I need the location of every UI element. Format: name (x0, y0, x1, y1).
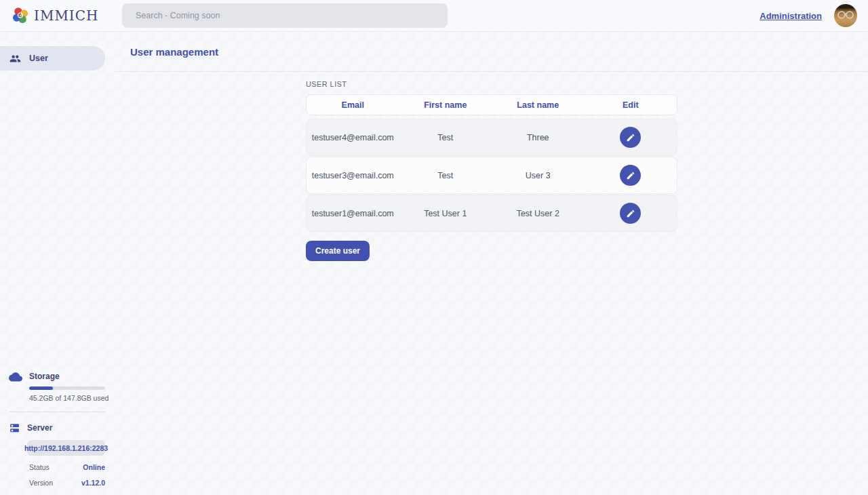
column-header-edit: Edit (585, 100, 677, 110)
cell-last-name: User 3 (492, 171, 585, 180)
sidebar: User Storage 45.2GB of 147.8GB used (0, 32, 115, 495)
top-bar: IMMICH Administration (0, 0, 868, 32)
search-input[interactable] (122, 3, 448, 28)
cell-email: testuser4@email.com (307, 133, 399, 142)
pencil-icon (626, 133, 635, 142)
sidebar-item-label: User (29, 54, 48, 63)
cell-email: testuser1@email.com (307, 209, 399, 218)
create-user-button[interactable]: Create user (306, 241, 370, 261)
storage-title: Storage (29, 370, 60, 381)
table-row: testuser1@email.com Test User 1 Test Use… (306, 195, 677, 232)
column-header-email: Email (307, 100, 399, 110)
storage-progress-fill (29, 387, 53, 390)
storage-progress-bar (29, 387, 105, 390)
user-table: testuser4@email.com Test Three testuser3… (306, 119, 677, 232)
status-label: Status (29, 463, 50, 471)
app-logo: IMMICH (0, 6, 122, 25)
logo-text: IMMICH (34, 7, 99, 24)
page-title: User management (130, 46, 218, 58)
pencil-icon (626, 171, 635, 180)
administration-link[interactable]: Administration (760, 11, 822, 21)
version-label: Version (29, 479, 53, 487)
footer-divider (9, 412, 105, 412)
main-panel: User management USER LIST Email First na… (115, 32, 868, 495)
user-avatar[interactable] (834, 4, 857, 27)
main-titlebar: User management (115, 32, 868, 72)
cell-first-name: Test (399, 171, 492, 180)
status-value: Online (83, 463, 105, 471)
table-header-row: Email First name Last name Edit (306, 94, 677, 115)
section-label: USER LIST (306, 80, 677, 88)
version-value: v1.12.0 (81, 479, 105, 487)
users-icon (9, 53, 21, 64)
sidebar-item-user[interactable]: User (0, 46, 105, 71)
edit-user-button[interactable] (620, 203, 641, 224)
table-row: testuser4@email.com Test Three (306, 119, 677, 156)
column-header-last-name: Last name (492, 100, 585, 110)
cell-email: testuser3@email.com (307, 171, 399, 180)
immich-flower-icon (11, 6, 30, 25)
cloud-icon (9, 370, 22, 382)
table-row: testuser3@email.com Test User 3 (306, 157, 677, 194)
pencil-icon (626, 209, 635, 218)
edit-user-button[interactable] (620, 127, 641, 148)
glasses-graphic (837, 10, 854, 20)
column-header-first-name: First name (399, 100, 492, 110)
cell-last-name: Test User 2 (492, 209, 585, 218)
server-title: Server (27, 422, 52, 433)
storage-usage-text: 45.2GB of 147.8GB used (29, 394, 105, 402)
sidebar-footer: Storage 45.2GB of 147.8GB used Server ht… (0, 370, 115, 487)
cell-first-name: Test (399, 133, 492, 142)
cell-first-name: Test User 1 (399, 209, 492, 218)
edit-user-button[interactable] (620, 165, 641, 186)
server-url-badge: http://192.168.1.216:2283 (27, 440, 105, 456)
cell-last-name: Three (492, 133, 585, 142)
server-icon (9, 422, 20, 434)
